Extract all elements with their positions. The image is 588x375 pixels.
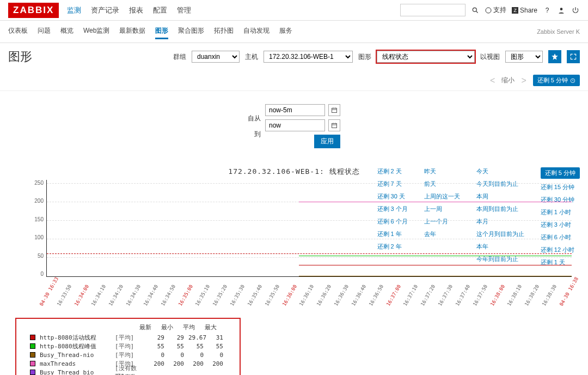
sub-nav: 仪表板问题概览Web监测最新数据图形聚合图形拓扑图自动发现服务 Zabbix S…	[0, 21, 588, 43]
favorite-button[interactable]	[548, 50, 561, 63]
time-block: 自从 到 应用 还剩 2 天还剩 7 天还剩 30 天还剩 3 个月还剩 6 个…	[0, 91, 588, 158]
sub-nav-item[interactable]: 拓扑图	[214, 24, 234, 39]
group-select[interactable]: duanxin	[192, 51, 240, 63]
from-calendar-button[interactable]	[328, 104, 340, 116]
share-link[interactable]: ZShare	[512, 7, 537, 14]
main-nav-item[interactable]: 监测	[67, 5, 81, 15]
host-select[interactable]: 172.20.32.106-WEB-1	[264, 51, 353, 63]
legend-row: http-8080线程峰值[平均]55555555	[30, 342, 226, 350]
prev-button[interactable]: <	[490, 76, 495, 86]
search-input[interactable]	[400, 4, 465, 16]
graph-select[interactable]: 线程状态	[377, 51, 475, 63]
sub-nav-item[interactable]: 服务	[279, 24, 292, 39]
header-right: 支持 ZShare ?	[400, 4, 580, 16]
svg-point-1	[486, 8, 491, 13]
main-nav-item[interactable]: 资产记录	[91, 5, 119, 15]
fullscreen-button[interactable]	[567, 50, 580, 63]
page-title: 图形	[8, 49, 32, 65]
sub-nav-items: 仪表板问题概览Web监测最新数据图形聚合图形拓扑图自动发现服务	[8, 24, 292, 39]
legend-header: 最新最小平均最大	[136, 323, 226, 331]
logo[interactable]: ZABBIX	[8, 3, 59, 18]
zoom-out-button[interactable]: 缩小	[501, 76, 514, 85]
active-range-badge: 还剩 5 分钟	[533, 75, 580, 86]
main-nav-item[interactable]: 配置	[153, 5, 167, 15]
preset-link[interactable]: 今天	[476, 167, 524, 176]
to-input[interactable]	[265, 119, 325, 131]
svg-rect-4	[332, 108, 337, 113]
svg-point-2	[560, 8, 563, 10]
sub-nav-item[interactable]: 自动发现	[243, 24, 270, 39]
preset-link[interactable]: 还剩 2 天	[377, 167, 408, 176]
power-icon[interactable]	[571, 6, 580, 15]
help-icon[interactable]: ?	[543, 6, 552, 15]
range-controls: < 缩小 > 还剩 5 分钟	[0, 70, 588, 91]
preset-link[interactable]: 昨天	[424, 167, 460, 176]
chart-body: 250200150100500 04-30 16:3316:33:5016:34…	[46, 180, 572, 289]
graph-label: 图形	[358, 52, 371, 62]
svg-rect-5	[332, 124, 337, 128]
svg-point-0	[473, 8, 477, 11]
legend-rows: http-8080活动线程[平均]292929.6731http-8080线程峰…	[30, 333, 226, 375]
search-icon[interactable]	[471, 6, 480, 15]
chart: 172.20.32.106-WEB-1: 线程状态 25020015010050…	[0, 158, 588, 375]
sub-nav-item[interactable]: 聚合图形	[178, 24, 204, 39]
time-form: 自从 到 应用	[248, 98, 340, 155]
legend: 最新最小平均最大 http-8080活动线程[平均]292929.6731htt…	[16, 319, 240, 375]
user-icon[interactable]	[557, 6, 566, 15]
main-nav-item[interactable]: 报表	[129, 5, 143, 15]
view-label: 以视图	[480, 52, 500, 62]
y-axis: 250200150100500	[27, 180, 44, 277]
title-row: 图形 群组 duanxin 主机 172.20.32.106-WEB-1 图形 …	[0, 43, 588, 70]
from-input[interactable]	[265, 104, 325, 116]
legend-row: http-8080活动线程[平均]292929.6731	[30, 333, 226, 342]
sub-nav-item[interactable]: Web监测	[83, 24, 109, 39]
header: ZABBIX 监测资产记录报表配置管理 支持 ZShare ?	[0, 0, 588, 21]
server-label: Zabbix Server K	[537, 28, 580, 35]
group-label: 群组	[173, 52, 186, 62]
preset-link[interactable]: 还剩 5 分钟	[541, 167, 580, 179]
host-label: 主机	[245, 52, 258, 62]
next-button[interactable]: >	[521, 76, 526, 86]
plot	[46, 180, 572, 277]
main-nav-item[interactable]: 管理	[177, 5, 191, 15]
sub-nav-item[interactable]: 仪表板	[8, 24, 28, 39]
filters: 群组 duanxin 主机 172.20.32.106-WEB-1 图形 线程状…	[173, 50, 580, 63]
support-link[interactable]: 支持	[485, 5, 506, 15]
sub-nav-item[interactable]: 问题	[38, 24, 51, 39]
to-calendar-button[interactable]	[328, 119, 340, 131]
sub-nav-item[interactable]: 最新数据	[119, 24, 145, 39]
main-nav: 监测资产记录报表配置管理	[67, 5, 191, 15]
sub-nav-item[interactable]: 图形	[155, 24, 168, 39]
from-label: 自从	[248, 114, 261, 123]
apply-button[interactable]: 应用	[314, 135, 340, 148]
view-select[interactable]: 图形	[505, 51, 543, 63]
x-axis: 04-30 16:3316:33:5016:34:0016:34:1016:34…	[46, 275, 572, 308]
to-label: 到	[254, 130, 261, 139]
legend-row: Busy_Thread-nio[平均]0000	[30, 350, 226, 359]
sub-nav-item[interactable]: 概览	[60, 24, 74, 39]
